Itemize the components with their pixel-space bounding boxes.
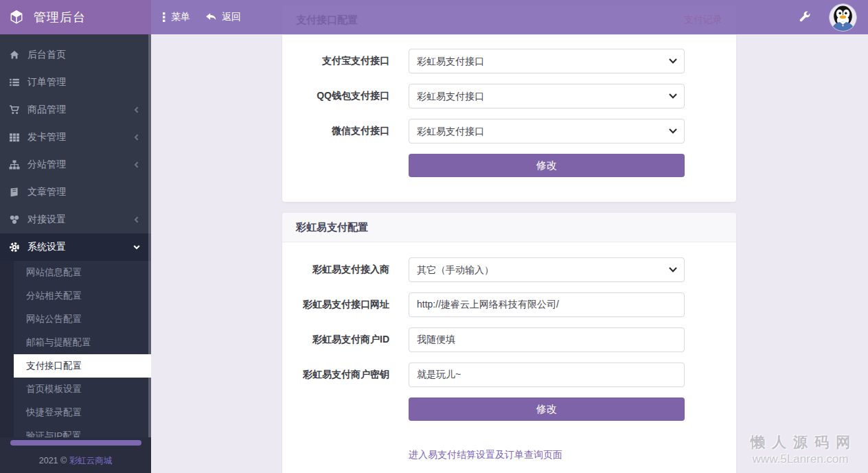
- modify-button[interactable]: 修改: [409, 397, 685, 421]
- submenu-item-quick-login[interactable]: 快捷登录配置: [14, 401, 151, 424]
- cube-logo-icon: [9, 10, 24, 25]
- back-button[interactable]: 返回: [205, 11, 241, 23]
- book-icon: [9, 187, 20, 198]
- sidebar-horizontal-scrollbar[interactable]: [10, 440, 141, 446]
- epay-provider-select[interactable]: 其它（手动输入）: [409, 257, 685, 282]
- topbar: 菜单 返回: [151, 0, 868, 34]
- epay-merchant-key-input[interactable]: [409, 362, 685, 387]
- sidebar-item-system-settings[interactable]: 系统设置: [0, 233, 151, 261]
- alipay-interface-select[interactable]: 彩虹易支付接口: [409, 49, 685, 73]
- menu-button[interactable]: 菜单: [162, 11, 190, 23]
- sidebar-item-label: 系统设置: [27, 241, 132, 253]
- brand[interactable]: 管理后台: [0, 0, 151, 34]
- copyright: 2021 © 彩虹云商城: [0, 455, 151, 467]
- watermark-url: www.5Lanren.com: [744, 452, 857, 466]
- submenu-item-payment-interface[interactable]: 支付接口配置: [14, 354, 151, 378]
- card-title: 彩虹易支付配置: [296, 221, 368, 234]
- submenu-system-settings: 网站信息配置 分站相关配置 网站公告配置 邮箱与提醒配置 支付接口配置 首页模板…: [0, 261, 151, 448]
- watermark: 懒人源码网 www.5Lanren.com: [744, 432, 857, 466]
- topbar-right: [799, 3, 857, 32]
- list-icon: [9, 77, 20, 88]
- copyright-year: 2021 ©: [39, 456, 67, 465]
- qq-wallet-interface-select[interactable]: 彩虹易支付接口: [409, 84, 685, 108]
- sidebar-item-substations[interactable]: 分站管理: [0, 151, 151, 178]
- back-label: 返回: [222, 11, 241, 23]
- chevron-left-icon: [132, 215, 141, 224]
- sidebar-item-label: 发卡管理: [27, 131, 132, 143]
- chevron-down-icon: [132, 242, 141, 252]
- form-label: 支付宝支付接口: [282, 55, 409, 67]
- form-label: 彩虹易支付接口网址: [282, 299, 409, 311]
- main-area: 支付接口配置 支付记录 支付宝支付接口 彩虹易支付接口: [151, 0, 868, 473]
- form-label: 彩虹易支付商户ID: [282, 334, 409, 346]
- form-row: 微信支付接口 彩虹易支付接口: [282, 119, 736, 143]
- sidebar-item-articles[interactable]: 文章管理: [0, 178, 151, 206]
- watermark-title: 懒人源码网: [744, 432, 857, 452]
- cart-icon: [9, 104, 20, 115]
- form-row: 彩虹易支付商户ID: [282, 327, 736, 352]
- card-epay-config: 彩虹易支付配置 彩虹易支付接入商 其它（手动输入） 彩虹易支付接口网址: [282, 213, 736, 473]
- form-label: QQ钱包支付接口: [282, 90, 409, 102]
- sidebar-vertical-scrollbar[interactable]: [148, 34, 151, 438]
- content-column: 支付接口配置 支付记录 支付宝支付接口 彩虹易支付接口: [282, 5, 736, 473]
- cubes-icon: [9, 214, 20, 225]
- sidebar-item-home[interactable]: 后台首页: [0, 41, 151, 69]
- gear-icon: [9, 242, 20, 253]
- kebab-menu-icon: [162, 12, 166, 23]
- epay-settlement-link[interactable]: 进入易支付结算设置及订单查询页面: [409, 449, 562, 461]
- modify-button[interactable]: 修改: [409, 154, 685, 177]
- submenu-item-site-info[interactable]: 网站信息配置: [14, 261, 151, 284]
- sidebar-footer: 2021 © 彩虹云商城: [0, 437, 151, 473]
- app-root: 管理后台 后台首页 订单管理 商品管理: [0, 0, 868, 473]
- menu-label: 菜单: [171, 11, 190, 23]
- submenu-item-mail-notice[interactable]: 邮箱与提醒配置: [14, 331, 151, 354]
- form-row: QQ钱包支付接口 彩虹易支付接口: [282, 84, 736, 108]
- user-avatar[interactable]: [829, 3, 857, 32]
- sidebar-nav: 后台首页 订单管理 商品管理: [0, 34, 151, 448]
- sidebar-item-label: 商品管理: [27, 104, 132, 116]
- wrench-icon[interactable]: [799, 11, 811, 23]
- form-label: 微信支付接口: [282, 125, 409, 137]
- sidebar-item-label: 分站管理: [27, 159, 132, 171]
- grid-icon: [9, 132, 20, 143]
- sitemap-icon: [9, 159, 20, 170]
- chevron-left-icon: [132, 132, 141, 142]
- submenu-item-substation-config[interactable]: 分站相关配置: [14, 284, 151, 308]
- sidebar-item-label: 订单管理: [27, 76, 141, 89]
- submenu-item-home-template[interactable]: 首页模板设置: [14, 378, 151, 401]
- sidebar-item-cards[interactable]: 发卡管理: [0, 124, 151, 151]
- epay-gateway-url-input[interactable]: [409, 292, 685, 317]
- chevron-left-icon: [132, 105, 141, 115]
- submenu-item-announcement[interactable]: 网站公告配置: [14, 308, 151, 331]
- form-row: 支付宝支付接口 彩虹易支付接口: [282, 49, 736, 73]
- form-row: 彩虹易支付商户密钥: [282, 362, 736, 387]
- form-label: 彩虹易支付接入商: [282, 264, 409, 276]
- home-icon: [9, 49, 20, 60]
- card-header: 彩虹易支付配置: [282, 213, 736, 242]
- sidebar: 管理后台 后台首页 订单管理 商品管理: [0, 0, 151, 473]
- sidebar-item-label: 文章管理: [27, 186, 141, 198]
- form-row: 彩虹易支付接入商 其它（手动输入）: [282, 257, 736, 282]
- site-name-link[interactable]: 彩虹云商城: [69, 456, 113, 465]
- chevron-left-icon: [132, 160, 141, 170]
- card-payment-interface: 支付接口配置 支付记录 支付宝支付接口 彩虹易支付接口: [282, 5, 736, 202]
- form-row: 彩虹易支付接口网址: [282, 292, 736, 317]
- sidebar-item-label: 对接设置: [27, 214, 132, 226]
- epay-merchant-id-input[interactable]: [409, 327, 685, 352]
- brand-title: 管理后台: [34, 9, 86, 25]
- wechat-interface-select[interactable]: 彩虹易支付接口: [409, 119, 685, 143]
- sidebar-item-integration[interactable]: 对接设置: [0, 206, 151, 233]
- sidebar-item-products[interactable]: 商品管理: [0, 96, 151, 124]
- sidebar-item-orders[interactable]: 订单管理: [0, 69, 151, 96]
- back-arrow-icon: [205, 12, 217, 22]
- sidebar-item-label: 后台首页: [27, 49, 141, 61]
- form-label: 彩虹易支付商户密钥: [282, 369, 409, 381]
